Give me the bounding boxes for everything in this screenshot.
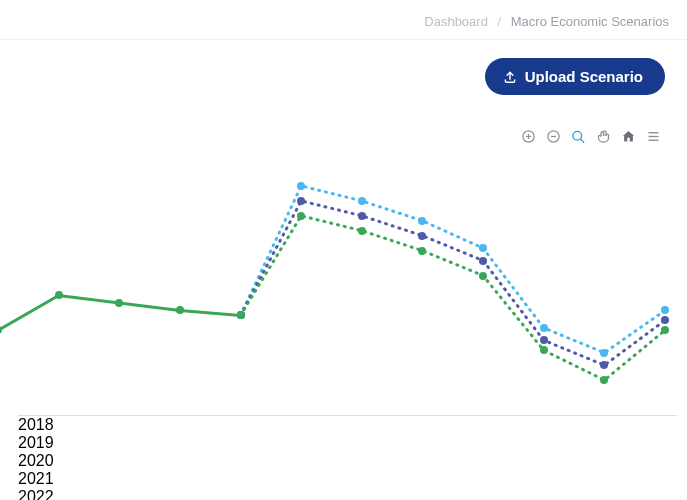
chart-data-point[interactable] — [418, 232, 426, 240]
breadcrumb-link-dashboard[interactable]: Dashboard — [424, 14, 488, 29]
chart-data-point[interactable] — [600, 361, 608, 369]
chart-data-point[interactable] — [600, 349, 608, 357]
x-axis-tick: 2020 — [18, 452, 677, 470]
chart-data-point[interactable] — [115, 299, 123, 307]
chart-plot[interactable] — [18, 166, 677, 416]
x-axis-tick: 2019 — [18, 434, 677, 452]
upload-button-label: Upload Scenario — [525, 68, 643, 85]
chart-x-axis: 2018201920202021202220232024202520262027… — [18, 416, 677, 434]
breadcrumb-current: Macro Economic Scenarios — [511, 14, 669, 29]
chart-menu-icon[interactable] — [646, 129, 661, 144]
chart-data-point[interactable] — [358, 212, 366, 220]
upload-icon — [503, 70, 517, 84]
chart-data-point[interactable] — [661, 306, 669, 314]
x-axis-tick: 2022 — [18, 488, 677, 500]
chart-data-point[interactable] — [297, 197, 305, 205]
page-toolbar: Upload Scenario — [0, 58, 687, 95]
pan-icon[interactable] — [596, 129, 611, 144]
chart-data-point[interactable] — [661, 326, 669, 334]
chart-data-point[interactable] — [297, 212, 305, 220]
chart-data-point[interactable] — [540, 346, 548, 354]
chart-data-point[interactable] — [55, 291, 63, 299]
x-axis-tick: 2018 — [18, 416, 677, 434]
chart-data-point[interactable] — [358, 227, 366, 235]
x-axis-tick: 2021 — [18, 470, 677, 488]
upload-scenario-button[interactable]: Upload Scenario — [485, 58, 665, 95]
chart-data-point[interactable] — [297, 182, 305, 190]
svg-point-6 — [573, 131, 582, 140]
chart-data-point[interactable] — [540, 324, 548, 332]
zoom-out-icon[interactable] — [546, 129, 561, 144]
zoom-select-icon[interactable] — [571, 129, 586, 144]
chart-data-point[interactable] — [176, 306, 184, 314]
chart-data-point[interactable] — [418, 217, 426, 225]
reset-home-icon[interactable] — [621, 129, 636, 144]
chart-data-point[interactable] — [479, 272, 487, 280]
zoom-in-icon[interactable] — [521, 129, 536, 144]
chart-data-point[interactable] — [479, 257, 487, 265]
chart-data-point[interactable] — [418, 247, 426, 255]
svg-line-7 — [580, 138, 584, 142]
breadcrumb-separator: / — [498, 14, 502, 29]
chart-data-point[interactable] — [540, 336, 548, 344]
chart-data-point[interactable] — [479, 244, 487, 252]
chart-data-point[interactable] — [358, 197, 366, 205]
chart-data-point[interactable] — [600, 376, 608, 384]
breadcrumb: Dashboard / Macro Economic Scenarios — [0, 0, 687, 40]
chart-data-point[interactable] — [661, 316, 669, 324]
chart-area[interactable]: 2018201920202021202220232024202520262027… — [0, 166, 687, 466]
chart-data-point[interactable] — [237, 311, 245, 319]
chart-toolbar — [0, 129, 687, 144]
